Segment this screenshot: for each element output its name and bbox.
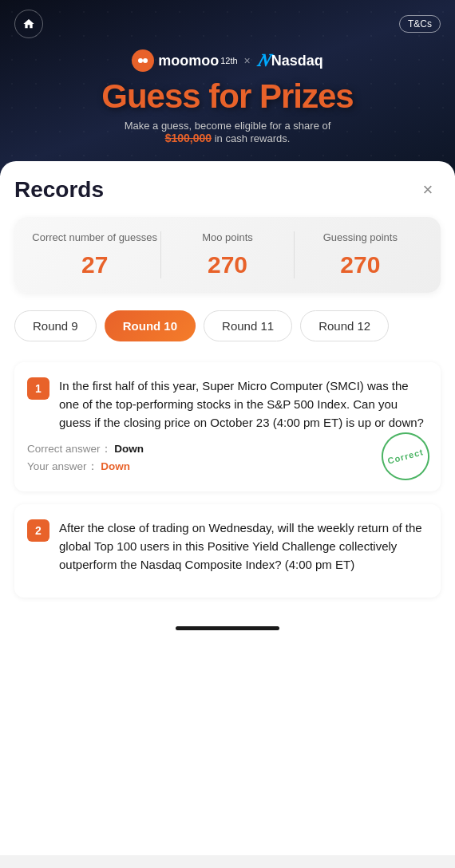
title-highlight: Prizes xyxy=(259,77,354,115)
question-1-number: 1 xyxy=(27,377,49,400)
times-separator: × xyxy=(244,54,251,67)
svg-point-0 xyxy=(138,58,143,63)
tcs-button[interactable]: T&Cs xyxy=(399,15,441,33)
close-button[interactable]: × xyxy=(415,177,441,203)
questions-list: 1 In the first half of this year, Super … xyxy=(14,362,441,611)
question-2-text: After the close of trading on Wednesday,… xyxy=(59,519,428,574)
records-header: Records × xyxy=(14,177,441,203)
stat-guesses: Correct number of guesses 27 xyxy=(29,231,161,278)
round-12-button[interactable]: Round 12 xyxy=(300,310,389,341)
brand-row: moomoo 12th × 𝑁 Nasdaq xyxy=(132,49,323,72)
round-10-button[interactable]: Round 10 xyxy=(105,310,196,341)
moomoo-logo: moomoo 12th xyxy=(132,49,237,72)
correct-stamp: Correct xyxy=(376,427,434,485)
main-title: Guess for Prizes xyxy=(101,78,353,115)
question-item-1: 1 In the first half of this year, Super … xyxy=(14,362,441,491)
your-answer-label: Your answer： xyxy=(27,460,98,472)
round-11-button[interactable]: Round 11 xyxy=(204,310,292,341)
stat-moo: Moo points 270 xyxy=(161,231,294,278)
stat-moo-value: 270 xyxy=(161,251,293,278)
prize-amount: $100,000 xyxy=(165,132,212,144)
question-1-correct-answer-row: Correct answer： Down xyxy=(27,442,428,456)
home-indicator xyxy=(176,626,279,630)
nasdaq-icon: 𝑁 xyxy=(257,50,268,71)
title-normal: Guess for xyxy=(101,77,259,115)
question-2-number: 2 xyxy=(27,519,49,542)
correct-answer-value: Down xyxy=(114,443,144,455)
stat-guesses-value: 27 xyxy=(29,251,160,278)
moomoo-icon xyxy=(132,49,154,72)
question-1-your-answer-row: Your answer： Down xyxy=(27,460,428,474)
moomoo-edition: 12th xyxy=(220,56,237,65)
correct-answer-label: Correct answer： xyxy=(27,443,112,455)
prize-suffix: in cash rewards. xyxy=(215,132,291,144)
question-2-header: 2 After the close of trading on Wednesda… xyxy=(27,519,428,574)
nasdaq-brand-text: Nasdaq xyxy=(271,53,323,69)
svg-point-1 xyxy=(143,58,148,63)
nasdaq-logo: 𝑁 Nasdaq xyxy=(257,50,323,71)
stat-guesses-label: Correct number of guesses xyxy=(29,231,160,245)
round-9-button[interactable]: Round 9 xyxy=(14,310,97,341)
records-panel: Records × Correct number of guesses 27 M… xyxy=(0,161,455,855)
home-button[interactable] xyxy=(14,10,43,38)
stat-moo-label: Moo points xyxy=(161,231,293,245)
stat-guessing: Guessing points 270 xyxy=(295,231,426,278)
question-1-header: 1 In the first half of this year, Super … xyxy=(27,377,428,432)
header-top-bar: T&Cs xyxy=(0,0,455,48)
stat-guessing-label: Guessing points xyxy=(295,231,426,245)
header: T&Cs moomoo 12th × 𝑁 Nasdaq Guess for Pr… xyxy=(0,0,455,176)
your-answer-value: Down xyxy=(101,460,130,472)
question-item-2: 2 After the close of trading on Wednesda… xyxy=(14,504,441,598)
moomoo-brand-text: moomoo xyxy=(158,53,219,69)
stats-card: Correct number of guesses 27 Moo points … xyxy=(14,217,441,293)
subtitle-text: Make a guess, become eligible for a shar… xyxy=(125,120,331,144)
stat-guessing-value: 270 xyxy=(295,251,426,278)
rounds-row: Round 9 Round 10 Round 11 Round 12 xyxy=(14,310,441,345)
records-title: Records xyxy=(14,177,104,203)
question-1-text: In the first half of this year, Super Mi… xyxy=(59,377,428,432)
